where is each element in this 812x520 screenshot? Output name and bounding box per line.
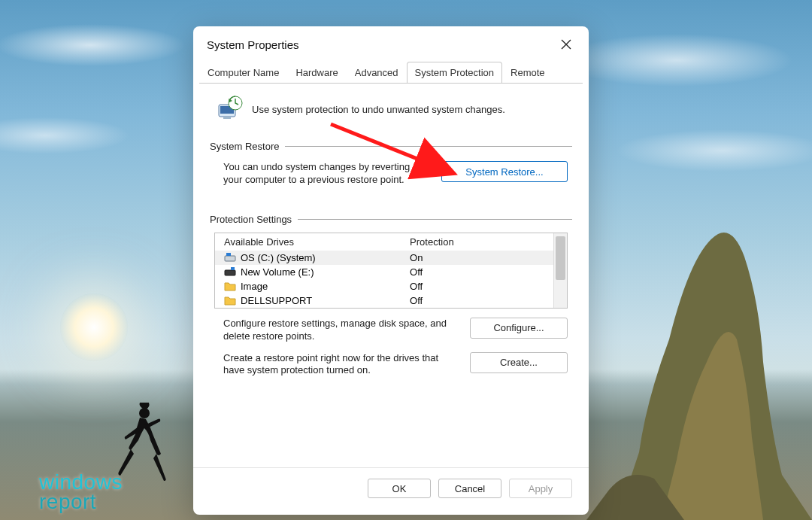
drive-row[interactable]: DELLSUPPORT Off (215, 293, 553, 308)
divider (298, 219, 572, 220)
create-desc: Create a restore point right now for the… (223, 352, 458, 378)
drive-name: Image (241, 281, 268, 292)
system-protection-icon (214, 94, 244, 124)
folder-icon (224, 295, 236, 306)
configure-button[interactable]: Configure... (470, 318, 568, 339)
drive-protection: Off (410, 281, 544, 292)
dialog-footer: OK Cancel Apply (193, 467, 589, 515)
drives-header: Available Drives Protection (215, 233, 553, 251)
dialog-title: System Properties (207, 38, 299, 51)
tab-advanced[interactable]: Advanced (347, 62, 407, 83)
drive-name: DELLSUPPORT (241, 295, 312, 306)
system-properties-dialog: System Properties Computer Name Hardware… (193, 26, 589, 515)
system-restore-group: System Restore You can undo system chang… (210, 141, 572, 211)
protection-settings-legend: Protection Settings (210, 214, 292, 225)
create-button[interactable]: Create... (470, 352, 568, 373)
drives-scrollbar[interactable] (553, 233, 567, 308)
system-restore-desc: You can undo system changes by reverting… (223, 161, 429, 187)
intro-text: Use system protection to undo unwanted s… (252, 104, 505, 115)
svg-rect-7 (225, 270, 235, 275)
close-icon (561, 39, 571, 50)
svg-rect-5 (225, 256, 235, 261)
column-available-drives: Available Drives (224, 236, 410, 248)
tab-computer-name[interactable]: Computer Name (199, 62, 287, 83)
svg-point-0 (139, 408, 150, 418)
drive-name: OS (C:) (System) (241, 252, 316, 263)
svg-rect-6 (226, 253, 231, 256)
system-restore-button[interactable]: System Restore... (441, 161, 568, 182)
tab-remote[interactable]: Remote (502, 62, 553, 83)
watermark-logo: windows report (39, 473, 123, 512)
tab-hardware[interactable]: Hardware (287, 62, 346, 83)
watermark-line1: windows (39, 473, 123, 493)
svg-rect-8 (231, 267, 235, 270)
drive-row[interactable]: OS (C:) (System) On (215, 251, 553, 265)
drive-protection: On (410, 252, 544, 263)
close-button[interactable] (556, 34, 577, 55)
intro-row: Use system protection to undo unwanted s… (210, 91, 572, 138)
drive-row[interactable]: Image Off (215, 279, 553, 293)
drive-name: New Volume (E:) (241, 266, 314, 278)
drive-row[interactable]: New Volume (E:) Off (215, 265, 553, 279)
tab-underline (199, 83, 583, 84)
protection-settings-group: Protection Settings Available Drives Pro… (210, 214, 572, 378)
column-protection: Protection (410, 236, 544, 248)
drive-hdd-icon (224, 266, 236, 277)
apply-button[interactable]: Apply (509, 479, 572, 498)
tab-content: Use system protection to undo unwanted s… (193, 84, 589, 454)
svg-rect-3 (223, 117, 231, 119)
divider (285, 146, 572, 147)
system-restore-legend: System Restore (210, 141, 279, 152)
rock-formation (586, 129, 812, 520)
drive-system-icon (224, 252, 236, 263)
cancel-button[interactable]: Cancel (438, 479, 501, 498)
sun (60, 293, 128, 361)
tab-system-protection[interactable]: System Protection (407, 62, 503, 83)
configure-desc: Configure restore settings, manage disk … (223, 318, 458, 343)
titlebar: System Properties (193, 26, 589, 61)
ok-button[interactable]: OK (368, 479, 431, 498)
drive-protection: Off (410, 266, 544, 278)
scrollbar-thumb[interactable] (556, 236, 565, 280)
drives-list: Available Drives Protection OS (C:) (Sys… (214, 233, 568, 309)
tab-strip: Computer Name Hardware Advanced System P… (193, 61, 589, 83)
drive-protection: Off (410, 295, 544, 306)
folder-icon (224, 281, 236, 291)
watermark-line2: report (39, 492, 123, 512)
